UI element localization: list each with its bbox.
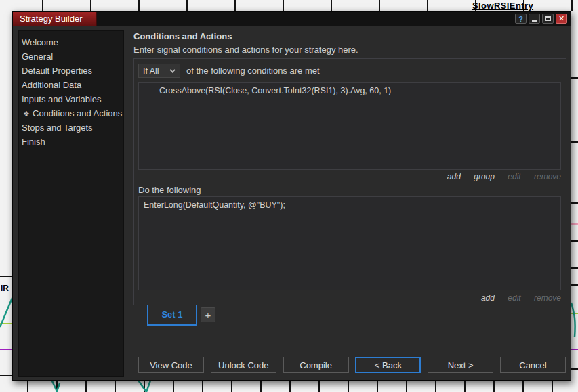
- sidebar-item-conditions-and-actions[interactable]: ❖Conditions and Actions: [19, 106, 123, 121]
- sidebar-item-label: Conditions and Actions: [33, 108, 122, 118]
- condition-match-suffix: of the following conditions are met: [186, 66, 320, 76]
- back-button[interactable]: < Back: [355, 357, 421, 373]
- remove-action-link: remove: [534, 293, 561, 303]
- sidebar-item-stops-and-targets[interactable]: Stops and Targets: [19, 121, 123, 135]
- view-code-button[interactable]: View Code: [138, 357, 204, 373]
- sidebar-item-default-properties[interactable]: Default Properties: [19, 64, 123, 78]
- action-links: add edit remove: [138, 293, 561, 303]
- current-step-icon: ❖: [23, 107, 33, 121]
- actions-list[interactable]: EnterLong(DefaultQuantity, @"BUY");: [138, 196, 561, 290]
- sidebar-item-welcome[interactable]: Welcome: [19, 35, 123, 49]
- chart-indicator-line-purple: [0, 349, 12, 350]
- dropdown-value: If All: [143, 66, 159, 76]
- edit-condition-link: edit: [508, 172, 520, 181]
- sidebar-item-general[interactable]: General: [19, 49, 123, 64]
- chart-grid-bottom: [0, 381, 578, 392]
- minimize-button[interactable]: [529, 14, 540, 24]
- condition-expression[interactable]: CrossAbove(RSI(Close, Convert.ToInt32(RS…: [139, 83, 560, 95]
- unlock-code-button[interactable]: Unlock Code: [211, 357, 276, 373]
- tab-set-1[interactable]: Set 1: [147, 305, 197, 326]
- maximize-button[interactable]: [542, 14, 554, 24]
- maximize-icon: [545, 16, 551, 21]
- add-set-button[interactable]: +: [201, 307, 215, 322]
- add-action-link[interactable]: add: [481, 293, 495, 303]
- window-title: Strategy Builder: [13, 12, 97, 26]
- compile-button[interactable]: Compile: [283, 357, 349, 373]
- add-condition-link[interactable]: add: [447, 172, 461, 181]
- close-button[interactable]: ✕: [556, 14, 567, 24]
- help-button[interactable]: ?: [515, 14, 527, 24]
- chart-series-label: SlowRSIEntry: [472, 1, 533, 11]
- conditions-list[interactable]: CrossAbove(RSI(Close, Convert.ToInt32(RS…: [138, 82, 561, 170]
- chart-gridline-left: [0, 276, 12, 277]
- chart-gridline-left: [0, 375, 12, 376]
- actions-label: Do the following: [138, 185, 201, 195]
- cancel-button[interactable]: Cancel: [500, 357, 566, 373]
- edit-action-link: edit: [508, 293, 520, 303]
- wizard-sidebar: Welcome General Default Properties Addit…: [18, 30, 124, 377]
- condition-match-dropdown[interactable]: If All: [138, 64, 180, 78]
- remove-condition-link: remove: [534, 172, 561, 181]
- footer-buttons: View Code Unlock Code Compile < Back Nex…: [138, 357, 566, 373]
- titlebar[interactable]: Strategy Builder ? ✕: [13, 12, 571, 26]
- page-description: Enter signal conditions and actions for …: [133, 45, 358, 55]
- strategy-builder-window: Strategy Builder ? ✕ Welcome General Def…: [12, 11, 571, 381]
- action-expression[interactable]: EnterLong(DefaultQuantity, @"BUY");: [139, 197, 560, 210]
- sidebar-item-additional-data[interactable]: Additional Data: [19, 78, 123, 92]
- sidebar-item-inputs-and-variables[interactable]: Inputs and Variables: [19, 92, 123, 106]
- minimize-icon: [532, 20, 537, 22]
- chart-left-label: iR: [1, 284, 9, 293]
- condition-links: add group edit remove: [138, 172, 561, 181]
- group-condition-link[interactable]: group: [474, 172, 495, 181]
- next-button[interactable]: Next >: [428, 357, 493, 373]
- chart-indicator-line-yellowgreen: [0, 323, 12, 324]
- page-title: Conditions and Actions: [133, 31, 232, 41]
- chevron-down-icon: [169, 67, 175, 72]
- window-controls: ? ✕: [515, 14, 567, 24]
- sidebar-item-finish[interactable]: Finish: [19, 135, 123, 149]
